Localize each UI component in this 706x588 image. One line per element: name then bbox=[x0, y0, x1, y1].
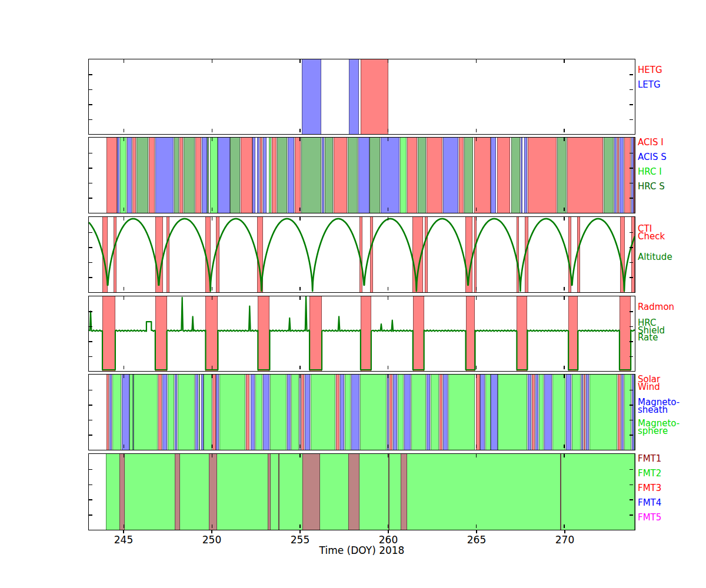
x-tick bbox=[388, 217, 388, 220]
legend-letg: LETG bbox=[638, 81, 661, 89]
x-tick bbox=[299, 296, 300, 300]
x-tick bbox=[388, 530, 388, 533]
x-tick bbox=[124, 445, 124, 448]
x-tick bbox=[299, 217, 300, 220]
band bbox=[539, 375, 544, 450]
band bbox=[311, 375, 335, 450]
band bbox=[427, 375, 430, 450]
x-tick bbox=[299, 366, 300, 369]
band bbox=[443, 138, 458, 213]
x-tick-label: 260 bbox=[369, 534, 407, 546]
band bbox=[119, 454, 125, 530]
band bbox=[557, 138, 567, 213]
x-tick bbox=[388, 524, 388, 528]
x-tick-label: 265 bbox=[458, 534, 495, 546]
band bbox=[566, 375, 571, 450]
x-tick bbox=[564, 138, 564, 141]
y-tick bbox=[630, 277, 633, 278]
y-tick bbox=[630, 311, 633, 312]
x-tick bbox=[212, 375, 212, 378]
x-tick bbox=[564, 375, 564, 378]
band bbox=[387, 375, 389, 450]
y-tick bbox=[630, 119, 633, 120]
band bbox=[618, 375, 621, 450]
band bbox=[544, 375, 552, 450]
x-tick bbox=[124, 208, 124, 211]
x-tick bbox=[476, 129, 477, 132]
band bbox=[302, 454, 320, 530]
band bbox=[210, 138, 218, 213]
band bbox=[567, 138, 603, 213]
band bbox=[106, 138, 117, 213]
band bbox=[604, 138, 614, 213]
y-tick bbox=[630, 247, 633, 248]
x-tick bbox=[212, 366, 212, 369]
x-tick bbox=[564, 296, 564, 300]
y-tick bbox=[630, 183, 633, 183]
x-tick bbox=[124, 296, 124, 300]
x-tick bbox=[124, 287, 124, 290]
x-tick bbox=[299, 138, 300, 141]
legend-fmt1: FMT1 bbox=[638, 455, 661, 463]
legend-hrc-s: HRC S bbox=[638, 183, 665, 191]
band bbox=[459, 138, 464, 213]
y-tick bbox=[630, 262, 633, 263]
y-tick bbox=[89, 183, 92, 183]
band bbox=[263, 375, 269, 450]
band bbox=[411, 375, 426, 450]
x-tick-label: 270 bbox=[546, 534, 584, 546]
band bbox=[112, 375, 121, 450]
band bbox=[521, 138, 522, 213]
x-tick bbox=[476, 530, 477, 533]
band bbox=[348, 454, 359, 530]
band bbox=[535, 375, 538, 450]
y-tick bbox=[89, 485, 92, 485]
legend-magnetosphere: Magneto-sphere bbox=[638, 420, 680, 435]
band bbox=[301, 375, 304, 450]
y-tick bbox=[630, 341, 633, 342]
band bbox=[590, 375, 617, 450]
band bbox=[149, 138, 155, 213]
y-tick bbox=[89, 74, 92, 75]
band bbox=[175, 375, 177, 450]
band bbox=[287, 375, 291, 450]
band bbox=[389, 375, 392, 450]
legend-line: Radmon bbox=[638, 303, 674, 311]
y-tick bbox=[89, 168, 92, 168]
x-tick bbox=[564, 217, 564, 220]
band bbox=[404, 375, 411, 450]
band bbox=[418, 138, 426, 213]
band bbox=[528, 138, 557, 213]
band bbox=[246, 375, 249, 450]
legend-hrc-shield-rate: HRCShieldRate bbox=[638, 319, 665, 342]
y-tick bbox=[630, 198, 633, 198]
legend-line: HRC S bbox=[638, 183, 665, 191]
legend-cti-check: CTICheck bbox=[638, 225, 665, 240]
band bbox=[340, 375, 344, 450]
y-tick bbox=[89, 119, 92, 120]
band bbox=[388, 454, 389, 530]
band bbox=[106, 454, 635, 530]
y-tick bbox=[630, 405, 633, 405]
band bbox=[624, 375, 631, 450]
legend-fmt4: FMT4 bbox=[638, 499, 661, 507]
panel-instruments bbox=[88, 137, 635, 213]
y-tick bbox=[630, 485, 633, 485]
legend-line: FMT4 bbox=[638, 499, 661, 507]
y-tick bbox=[89, 356, 92, 357]
x-tick bbox=[564, 454, 564, 457]
x-tick bbox=[124, 366, 124, 369]
band bbox=[511, 138, 521, 213]
band bbox=[322, 138, 324, 213]
band bbox=[614, 138, 617, 213]
x-tick bbox=[564, 445, 564, 448]
legend-line: ACIS S bbox=[638, 153, 667, 161]
band bbox=[168, 375, 174, 450]
band bbox=[155, 138, 174, 213]
figure: Time (DOY) 2018 HETGLETGACIS IACIS SHRC … bbox=[0, 0, 706, 588]
band bbox=[207, 138, 209, 213]
band bbox=[202, 138, 207, 213]
x-tick bbox=[476, 296, 477, 300]
panel-solar-wind-region bbox=[88, 374, 635, 450]
x-tick bbox=[212, 129, 212, 132]
